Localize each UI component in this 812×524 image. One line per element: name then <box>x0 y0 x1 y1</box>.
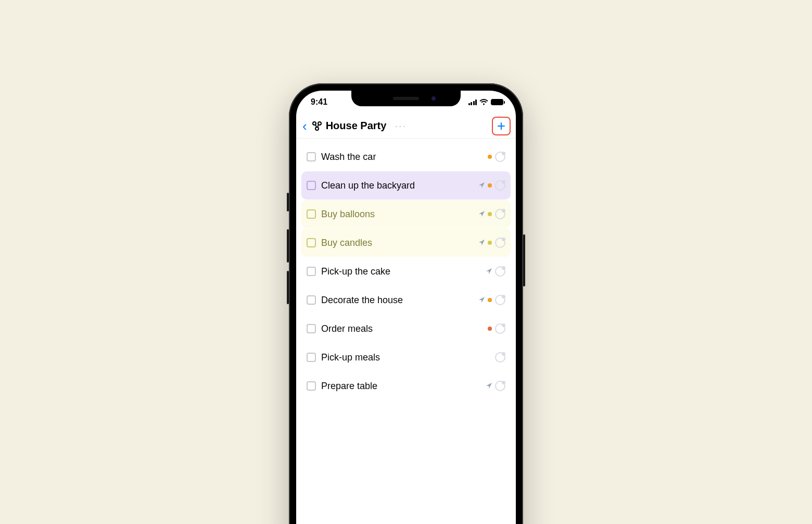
mute-switch <box>287 193 289 211</box>
task-row[interactable]: Wash the car <box>301 143 511 171</box>
assignee-avatar[interactable] <box>495 180 505 191</box>
nav-bar: ‹ House Party ··· + <box>296 114 516 139</box>
volume-up <box>287 229 289 263</box>
power-button <box>523 234 525 286</box>
task-title: Buy balloons <box>321 209 474 220</box>
task-title: Buy candles <box>321 238 474 248</box>
task-indicators <box>479 295 505 305</box>
notch <box>351 91 461 106</box>
task-title: Prepare table <box>321 381 481 392</box>
cellular-signal-icon <box>468 99 477 105</box>
location-icon <box>479 210 485 218</box>
status-indicators <box>468 99 504 105</box>
task-indicators <box>495 352 505 363</box>
location-icon <box>486 382 492 390</box>
task-checkbox[interactable] <box>307 152 316 161</box>
task-row[interactable]: Buy candles <box>301 229 511 257</box>
task-row[interactable]: Order meals <box>301 315 511 343</box>
priority-dot-icon <box>488 241 492 245</box>
more-button[interactable]: ··· <box>391 120 410 132</box>
assignee-avatar[interactable] <box>495 352 505 363</box>
task-row[interactable]: Pick-up meals <box>301 343 511 371</box>
location-icon <box>486 268 492 276</box>
assignee-avatar[interactable] <box>495 152 505 162</box>
priority-dot-icon <box>488 327 492 331</box>
task-row[interactable]: Buy balloons <box>301 200 511 228</box>
priority-dot-icon <box>488 155 492 159</box>
task-title: Order meals <box>321 323 483 334</box>
task-indicators <box>488 152 505 162</box>
status-time: 9:41 <box>311 97 327 107</box>
back-button[interactable]: ‹ <box>301 119 308 133</box>
location-icon <box>479 296 485 304</box>
screen: 9:41 ‹ House Party ··· + Wash the carCle… <box>296 91 516 524</box>
project-icon <box>311 120 323 132</box>
task-list: Wash the carClean up the backyardBuy bal… <box>296 139 516 400</box>
task-row[interactable]: Pick-up the cake <box>301 257 511 285</box>
battery-icon <box>491 99 503 105</box>
task-checkbox[interactable] <box>307 324 316 333</box>
task-row[interactable]: Decorate the house <box>301 286 511 314</box>
phone-frame: 9:41 ‹ House Party ··· + Wash the carCle… <box>289 83 523 524</box>
assignee-avatar[interactable] <box>495 238 505 248</box>
task-row[interactable]: Clean up the backyard <box>301 171 511 199</box>
task-checkbox[interactable] <box>307 209 316 219</box>
assignee-avatar[interactable] <box>495 266 505 277</box>
task-indicators <box>479 209 505 219</box>
add-task-button[interactable]: + <box>492 117 511 135</box>
location-icon <box>479 182 485 190</box>
page-title: House Party <box>326 120 387 132</box>
task-checkbox[interactable] <box>307 353 316 362</box>
task-checkbox[interactable] <box>307 238 316 247</box>
task-checkbox[interactable] <box>307 381 316 391</box>
task-title: Pick-up meals <box>321 352 490 363</box>
task-row[interactable]: Prepare table <box>301 372 511 400</box>
task-title: Decorate the house <box>321 295 474 306</box>
task-title: Wash the car <box>321 152 483 163</box>
task-indicators <box>479 238 505 248</box>
assignee-avatar[interactable] <box>495 323 505 334</box>
task-indicators <box>486 381 505 391</box>
task-indicators <box>488 323 505 334</box>
task-indicators <box>486 266 505 277</box>
task-checkbox[interactable] <box>307 267 316 276</box>
volume-down <box>287 271 289 304</box>
svg-point-2 <box>315 127 319 130</box>
assignee-avatar[interactable] <box>495 381 505 391</box>
assignee-avatar[interactable] <box>495 295 505 305</box>
priority-dot-icon <box>488 183 492 188</box>
priority-dot-icon <box>488 212 492 216</box>
task-indicators <box>479 180 505 191</box>
task-title: Pick-up the cake <box>321 266 481 277</box>
task-checkbox[interactable] <box>307 181 316 190</box>
wifi-icon <box>479 99 488 105</box>
priority-dot-icon <box>488 298 492 302</box>
assignee-avatar[interactable] <box>495 209 505 219</box>
task-checkbox[interactable] <box>307 295 316 305</box>
task-title: Clean up the backyard <box>321 180 474 191</box>
location-icon <box>479 239 485 247</box>
